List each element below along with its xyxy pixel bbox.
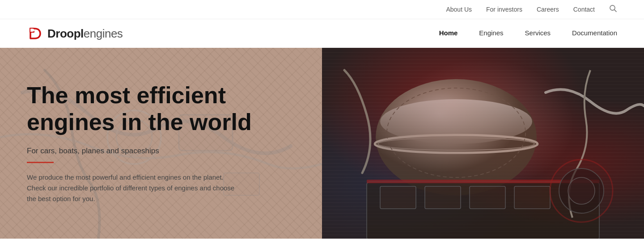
careers-link[interactable]: Careers — [537, 6, 559, 13]
hero-divider — [27, 162, 54, 163]
about-us-link[interactable]: About Us — [446, 6, 472, 13]
main-nav-bar: Drooplengines Home Engines Services Docu… — [0, 19, 644, 48]
nav-engines[interactable]: Engines — [479, 29, 503, 38]
svg-point-21 — [568, 177, 595, 204]
hero-subheading: For cars, boats, planes and spaceships — [27, 147, 295, 156]
search-icon[interactable] — [609, 4, 617, 14]
nav-documentation[interactable]: Documentation — [572, 29, 617, 38]
hero-content: The most efficient engines in the world … — [0, 48, 322, 239]
main-nav: Home Engines Services Documentation — [439, 29, 617, 38]
contact-link[interactable]: Contact — [573, 6, 595, 13]
svg-line-1 — [614, 10, 617, 12]
hero-description: We produce the most powerful and efficie… — [27, 172, 242, 204]
hero-section: The most efficient engines in the world … — [0, 48, 644, 239]
nav-services[interactable]: Services — [525, 29, 551, 38]
investors-link[interactable]: For investors — [486, 6, 522, 13]
engine-detail-svg-right — [322, 48, 644, 239]
svg-rect-15 — [425, 186, 461, 209]
hero-heading: The most efficient engines in the world — [27, 82, 259, 136]
svg-rect-14 — [380, 186, 416, 209]
top-bar: About Us For investors Careers Contact — [0, 0, 644, 19]
logo[interactable]: Drooplengines — [27, 25, 123, 42]
hero-background-right — [322, 48, 644, 239]
svg-rect-17 — [514, 186, 550, 209]
logo-text: Drooplengines — [47, 27, 123, 41]
logo-icon — [27, 25, 44, 42]
nav-home[interactable]: Home — [439, 29, 458, 38]
site-header: About Us For investors Careers Contact — [0, 0, 644, 48]
svg-rect-16 — [470, 186, 505, 209]
